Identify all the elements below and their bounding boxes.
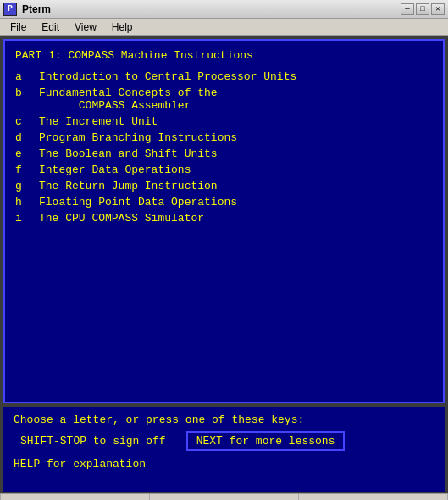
status-empty [0, 494, 150, 500]
entry-text-e: The Boolean and Shift Units [39, 147, 218, 160]
status-bar: localhost localhost ASCII [0, 493, 448, 500]
menu-bar: File Edit View Help [0, 19, 448, 36]
entry-letter-f: f [15, 164, 39, 176]
title-bar: P Pterm — □ ✕ [0, 0, 448, 19]
next-button[interactable]: NEXT for more lessons [186, 431, 346, 451]
entry-text-h: Floating Point Data Operations [39, 196, 237, 208]
entry-text-i: The CPU COMPASS Simulator [39, 212, 204, 225]
list-item: b Fundamental Concepts of the COMPASS As… [15, 86, 433, 112]
entry-text-c: The Increment Unit [39, 115, 158, 128]
help-text: HELP for explanation [14, 458, 434, 470]
bottom-section: Choose a letter, or press one of these k… [3, 407, 445, 492]
list-item: c The Increment Unit [15, 115, 433, 128]
window-controls: — □ ✕ [401, 3, 445, 15]
list-item: h Floating Point Data Operations [15, 196, 433, 208]
minimize-button[interactable]: — [401, 3, 414, 15]
list-item: d Program Branching Instructions [15, 131, 433, 144]
entry-letter-h: h [15, 196, 39, 208]
entry-letter-i: i [15, 212, 39, 225]
terminal-main: PART 1: COMPASS Machine Instructions a I… [3, 39, 445, 403]
choose-text: Choose a letter, or press one of these k… [14, 414, 434, 426]
close-button[interactable]: ✕ [431, 3, 445, 15]
entry-text-a: Introduction to Central Processor Units [39, 70, 296, 83]
entry-text-b: Fundamental Concepts of the COMPASS Asse… [39, 86, 218, 112]
list-item: e The Boolean and Shift Units [15, 147, 433, 160]
entry-letter-a: a [15, 70, 39, 83]
keys-row: SHIFT-STOP to sign off NEXT for more les… [14, 431, 434, 451]
entry-text-d: Program Branching Instructions [39, 131, 237, 144]
entry-letter-e: e [15, 147, 39, 160]
menu-file[interactable]: File [3, 19, 33, 35]
part-title: PART 1: COMPASS Machine Instructions [15, 49, 433, 62]
entry-letter-b: b [15, 86, 39, 99]
menu-help[interactable]: Help [105, 19, 140, 35]
entry-text-g: The Return Jump Instruction [39, 180, 218, 192]
app-icon: P [3, 3, 17, 16]
shift-stop-label: SHIFT-STOP to sign off [14, 435, 173, 447]
menu-view[interactable]: View [68, 19, 103, 35]
status-encoding: localhost ASCII [299, 494, 448, 500]
entry-text-f: Integer Data Operations [39, 164, 191, 176]
entry-letter-g: g [15, 180, 39, 192]
maximize-button[interactable]: □ [416, 3, 429, 15]
entry-letter-d: d [15, 131, 39, 144]
list-item: i The CPU COMPASS Simulator [15, 212, 433, 225]
list-item: f Integer Data Operations [15, 164, 433, 176]
window-title: Pterm [22, 3, 395, 15]
list-item: g The Return Jump Instruction [15, 180, 433, 192]
menu-edit[interactable]: Edit [35, 19, 66, 35]
entry-letter-c: c [15, 115, 39, 128]
status-host: localhost [150, 494, 299, 500]
list-item: a Introduction to Central Processor Unit… [15, 70, 433, 83]
